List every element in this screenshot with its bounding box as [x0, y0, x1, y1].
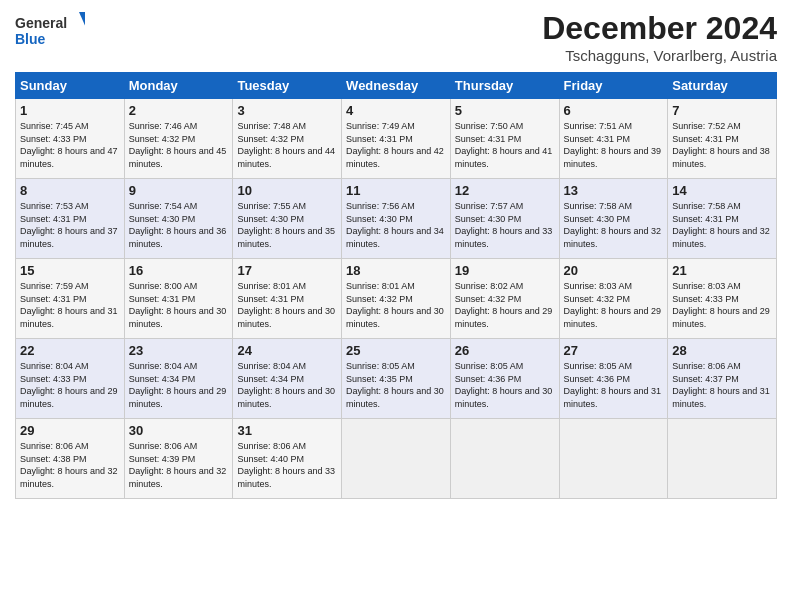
day-number: 7	[672, 103, 772, 118]
day-number: 15	[20, 263, 120, 278]
logo-svg: General Blue	[15, 10, 85, 50]
day-info: Sunrise: 8:01 AM Sunset: 4:31 PM Dayligh…	[237, 280, 337, 330]
week-row-5: 29 Sunrise: 8:06 AM Sunset: 4:38 PM Dayl…	[16, 419, 777, 499]
calendar-cell-22: 22 Sunrise: 8:04 AM Sunset: 4:33 PM Dayl…	[16, 339, 125, 419]
day-number: 21	[672, 263, 772, 278]
day-info: Sunrise: 8:05 AM Sunset: 4:36 PM Dayligh…	[455, 360, 555, 410]
day-number: 20	[564, 263, 664, 278]
calendar-cell-28: 28 Sunrise: 8:06 AM Sunset: 4:37 PM Dayl…	[668, 339, 777, 419]
header-tuesday: Tuesday	[233, 73, 342, 99]
calendar-cell-10: 10 Sunrise: 7:55 AM Sunset: 4:30 PM Dayl…	[233, 179, 342, 259]
header-friday: Friday	[559, 73, 668, 99]
day-number: 25	[346, 343, 446, 358]
day-info: Sunrise: 7:56 AM Sunset: 4:30 PM Dayligh…	[346, 200, 446, 250]
week-row-3: 15 Sunrise: 7:59 AM Sunset: 4:31 PM Dayl…	[16, 259, 777, 339]
calendar-cell-19: 19 Sunrise: 8:02 AM Sunset: 4:32 PM Dayl…	[450, 259, 559, 339]
location-subtitle: Tschagguns, Vorarlberg, Austria	[542, 47, 777, 64]
day-number: 10	[237, 183, 337, 198]
calendar-cell-29: 29 Sunrise: 8:06 AM Sunset: 4:38 PM Dayl…	[16, 419, 125, 499]
calendar-cell-16: 16 Sunrise: 8:00 AM Sunset: 4:31 PM Dayl…	[124, 259, 233, 339]
calendar-cell-empty	[668, 419, 777, 499]
day-info: Sunrise: 7:58 AM Sunset: 4:31 PM Dayligh…	[672, 200, 772, 250]
calendar-cell-20: 20 Sunrise: 8:03 AM Sunset: 4:32 PM Dayl…	[559, 259, 668, 339]
day-number: 9	[129, 183, 229, 198]
day-info: Sunrise: 7:57 AM Sunset: 4:30 PM Dayligh…	[455, 200, 555, 250]
day-info: Sunrise: 8:03 AM Sunset: 4:32 PM Dayligh…	[564, 280, 664, 330]
calendar-cell-13: 13 Sunrise: 7:58 AM Sunset: 4:30 PM Dayl…	[559, 179, 668, 259]
day-info: Sunrise: 8:04 AM Sunset: 4:34 PM Dayligh…	[129, 360, 229, 410]
day-number: 3	[237, 103, 337, 118]
svg-text:Blue: Blue	[15, 31, 46, 47]
day-info: Sunrise: 7:58 AM Sunset: 4:30 PM Dayligh…	[564, 200, 664, 250]
header-sunday: Sunday	[16, 73, 125, 99]
day-number: 22	[20, 343, 120, 358]
day-number: 23	[129, 343, 229, 358]
calendar-cell-30: 30 Sunrise: 8:06 AM Sunset: 4:39 PM Dayl…	[124, 419, 233, 499]
day-number: 12	[455, 183, 555, 198]
day-info: Sunrise: 7:54 AM Sunset: 4:30 PM Dayligh…	[129, 200, 229, 250]
day-info: Sunrise: 7:45 AM Sunset: 4:33 PM Dayligh…	[20, 120, 120, 170]
header-saturday: Saturday	[668, 73, 777, 99]
calendar-cell-7: 7 Sunrise: 7:52 AM Sunset: 4:31 PM Dayli…	[668, 99, 777, 179]
day-number: 24	[237, 343, 337, 358]
title-block: December 2024 Tschagguns, Vorarlberg, Au…	[542, 10, 777, 64]
day-number: 26	[455, 343, 555, 358]
week-row-2: 8 Sunrise: 7:53 AM Sunset: 4:31 PM Dayli…	[16, 179, 777, 259]
calendar-cell-15: 15 Sunrise: 7:59 AM Sunset: 4:31 PM Dayl…	[16, 259, 125, 339]
calendar-cell-empty	[342, 419, 451, 499]
calendar-cell-1: 1 Sunrise: 7:45 AM Sunset: 4:33 PM Dayli…	[16, 99, 125, 179]
day-info: Sunrise: 8:05 AM Sunset: 4:36 PM Dayligh…	[564, 360, 664, 410]
day-number: 29	[20, 423, 120, 438]
calendar-cell-3: 3 Sunrise: 7:48 AM Sunset: 4:32 PM Dayli…	[233, 99, 342, 179]
calendar-cell-empty	[559, 419, 668, 499]
day-number: 2	[129, 103, 229, 118]
day-number: 30	[129, 423, 229, 438]
calendar-cell-17: 17 Sunrise: 8:01 AM Sunset: 4:31 PM Dayl…	[233, 259, 342, 339]
day-number: 28	[672, 343, 772, 358]
week-row-4: 22 Sunrise: 8:04 AM Sunset: 4:33 PM Dayl…	[16, 339, 777, 419]
calendar-cell-4: 4 Sunrise: 7:49 AM Sunset: 4:31 PM Dayli…	[342, 99, 451, 179]
calendar-table: Sunday Monday Tuesday Wednesday Thursday…	[15, 72, 777, 499]
day-info: Sunrise: 7:48 AM Sunset: 4:32 PM Dayligh…	[237, 120, 337, 170]
day-info: Sunrise: 8:00 AM Sunset: 4:31 PM Dayligh…	[129, 280, 229, 330]
day-info: Sunrise: 7:59 AM Sunset: 4:31 PM Dayligh…	[20, 280, 120, 330]
day-info: Sunrise: 7:55 AM Sunset: 4:30 PM Dayligh…	[237, 200, 337, 250]
calendar-cell-12: 12 Sunrise: 7:57 AM Sunset: 4:30 PM Dayl…	[450, 179, 559, 259]
header-monday: Monday	[124, 73, 233, 99]
calendar-cell-8: 8 Sunrise: 7:53 AM Sunset: 4:31 PM Dayli…	[16, 179, 125, 259]
calendar-cell-24: 24 Sunrise: 8:04 AM Sunset: 4:34 PM Dayl…	[233, 339, 342, 419]
calendar-cell-6: 6 Sunrise: 7:51 AM Sunset: 4:31 PM Dayli…	[559, 99, 668, 179]
svg-marker-2	[79, 12, 85, 30]
day-info: Sunrise: 8:02 AM Sunset: 4:32 PM Dayligh…	[455, 280, 555, 330]
day-info: Sunrise: 7:49 AM Sunset: 4:31 PM Dayligh…	[346, 120, 446, 170]
calendar-cell-25: 25 Sunrise: 8:05 AM Sunset: 4:35 PM Dayl…	[342, 339, 451, 419]
calendar-cell-11: 11 Sunrise: 7:56 AM Sunset: 4:30 PM Dayl…	[342, 179, 451, 259]
day-info: Sunrise: 8:01 AM Sunset: 4:32 PM Dayligh…	[346, 280, 446, 330]
day-number: 13	[564, 183, 664, 198]
calendar-cell-2: 2 Sunrise: 7:46 AM Sunset: 4:32 PM Dayli…	[124, 99, 233, 179]
header-wednesday: Wednesday	[342, 73, 451, 99]
calendar-cell-21: 21 Sunrise: 8:03 AM Sunset: 4:33 PM Dayl…	[668, 259, 777, 339]
week-row-1: 1 Sunrise: 7:45 AM Sunset: 4:33 PM Dayli…	[16, 99, 777, 179]
day-number: 17	[237, 263, 337, 278]
day-number: 11	[346, 183, 446, 198]
calendar-cell-14: 14 Sunrise: 7:58 AM Sunset: 4:31 PM Dayl…	[668, 179, 777, 259]
day-info: Sunrise: 8:04 AM Sunset: 4:34 PM Dayligh…	[237, 360, 337, 410]
day-info: Sunrise: 8:06 AM Sunset: 4:38 PM Dayligh…	[20, 440, 120, 490]
page-container: General Blue December 2024 Tschagguns, V…	[0, 0, 792, 509]
header-thursday: Thursday	[450, 73, 559, 99]
day-number: 18	[346, 263, 446, 278]
calendar-cell-9: 9 Sunrise: 7:54 AM Sunset: 4:30 PM Dayli…	[124, 179, 233, 259]
calendar-cell-18: 18 Sunrise: 8:01 AM Sunset: 4:32 PM Dayl…	[342, 259, 451, 339]
calendar-cell-23: 23 Sunrise: 8:04 AM Sunset: 4:34 PM Dayl…	[124, 339, 233, 419]
svg-text:General: General	[15, 15, 67, 31]
day-number: 5	[455, 103, 555, 118]
day-info: Sunrise: 7:46 AM Sunset: 4:32 PM Dayligh…	[129, 120, 229, 170]
calendar-cell-27: 27 Sunrise: 8:05 AM Sunset: 4:36 PM Dayl…	[559, 339, 668, 419]
header: General Blue December 2024 Tschagguns, V…	[15, 10, 777, 64]
day-info: Sunrise: 8:05 AM Sunset: 4:35 PM Dayligh…	[346, 360, 446, 410]
day-number: 19	[455, 263, 555, 278]
day-number: 14	[672, 183, 772, 198]
calendar-header-row: Sunday Monday Tuesday Wednesday Thursday…	[16, 73, 777, 99]
day-number: 8	[20, 183, 120, 198]
